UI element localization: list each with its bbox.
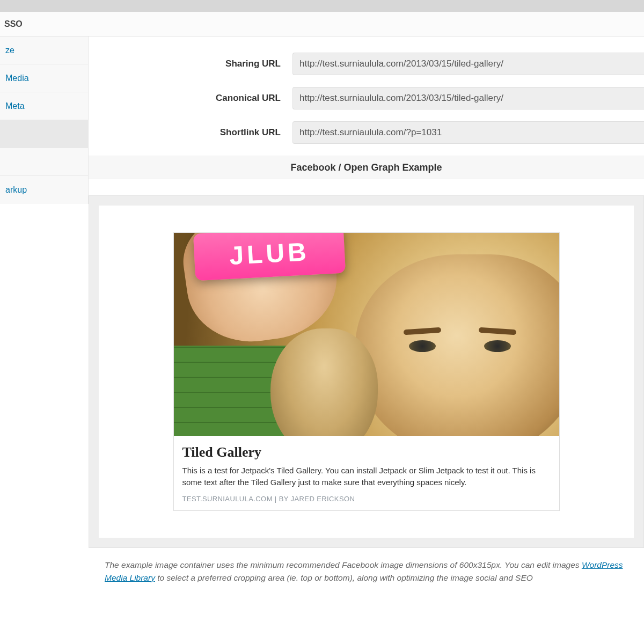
- image-dimensions-note: The example image container uses the min…: [89, 548, 644, 584]
- shortlink-url-input[interactable]: [292, 121, 644, 144]
- preview-container: JLUB Tiled Gallery This is a test for Je…: [89, 195, 644, 548]
- sharing-url-label: Sharing URL: [105, 58, 292, 69]
- page-header-title: SSO: [0, 12, 644, 36]
- settings-tab-sidebar: ze Media Meta arkup: [0, 36, 89, 644]
- sidebar-tab-4[interactable]: [0, 148, 89, 176]
- sidebar-tab-active[interactable]: [0, 120, 89, 148]
- opengraph-preview-description: This is a test for Jetpack's Tiled Galle…: [182, 465, 551, 488]
- sidebar-tab-meta[interactable]: Meta: [0, 92, 89, 120]
- canonical-url-label: Canonical URL: [105, 93, 292, 104]
- soap-bar-text: JLUB: [193, 233, 345, 281]
- shortlink-url-label: Shortlink URL: [105, 127, 292, 138]
- opengraph-preview-image: JLUB: [174, 233, 559, 436]
- opengraph-preview-title: Tiled Gallery: [182, 444, 551, 460]
- section-heading-facebook-opengraph: Facebook / Open Graph Example: [89, 156, 644, 179]
- note-text-before: The example image container uses the min…: [105, 560, 582, 569]
- sidebar-tab-media[interactable]: Media: [0, 64, 89, 92]
- header-title: SSO: [4, 19, 23, 29]
- sidebar-tab-markup[interactable]: arkup: [0, 176, 89, 204]
- note-text-after: to select a preferred cropping area (ie.…: [157, 573, 533, 582]
- opengraph-preview-source: TEST.SURNIAULULA.COM | BY JARED ERICKSON: [182, 495, 551, 503]
- sidebar-tab-0[interactable]: ze: [0, 36, 89, 64]
- opengraph-preview-card: JLUB Tiled Gallery This is a test for Je…: [173, 232, 560, 511]
- canonical-url-input[interactable]: [292, 87, 644, 109]
- sharing-url-input[interactable]: [292, 53, 644, 75]
- main-content: Sharing URL Canonical URL Shortlink URL …: [89, 36, 644, 644]
